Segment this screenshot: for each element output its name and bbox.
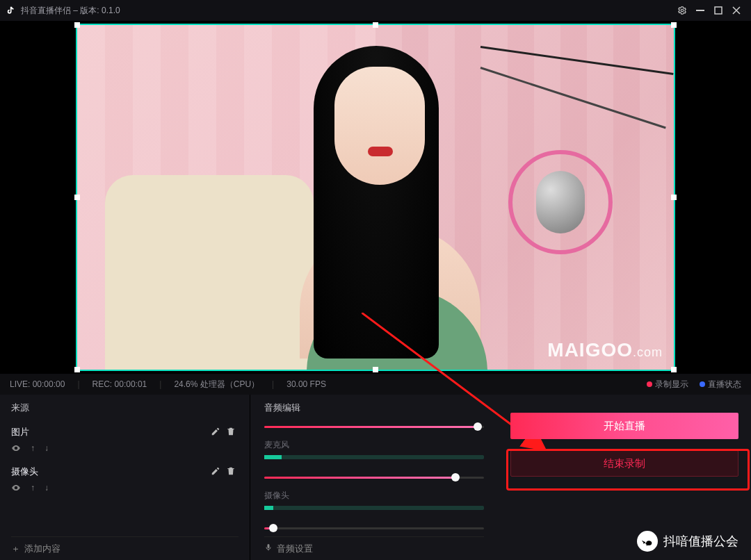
move-up-icon[interactable]: ↑ — [31, 443, 35, 455]
svg-rect-2 — [715, 7, 722, 14]
preview-canvas[interactable]: MAIGOO.com — [0, 21, 751, 374]
app-logo-icon — [6, 5, 17, 16]
status-rec-time: REC: 00:00:01 — [92, 379, 147, 389]
mic-icon — [264, 543, 273, 554]
audio-settings-button[interactable]: 音频设置 — [264, 536, 484, 560]
source-name: 摄像头 — [11, 466, 208, 478]
video-watermark: MAIGOO.com — [547, 339, 663, 361]
master-volume-slider[interactable] — [264, 421, 484, 432]
resize-handle[interactable] — [74, 22, 80, 28]
status-record-indicator: 录制显示 — [647, 379, 688, 390]
move-down-icon[interactable]: ↓ — [45, 443, 49, 455]
source-controls: ↑ ↓ — [11, 483, 239, 495]
source-controls: ↑ ↓ — [11, 443, 239, 455]
source-row[interactable]: 图片 — [11, 421, 239, 443]
delete-icon[interactable] — [223, 466, 239, 478]
delete-icon[interactable] — [223, 427, 239, 438]
close-icon[interactable] — [727, 1, 745, 19]
svg-point-0 — [681, 9, 684, 12]
svg-rect-1 — [696, 10, 704, 11]
status-bar: LIVE: 00:00:00 | REC: 00:00:01 | 24.6% 处… — [0, 374, 751, 395]
source-name: 图片 — [11, 426, 208, 438]
audio-panel: 音频编辑 麦克风 摄像头 — [250, 395, 498, 560]
resize-handle[interactable] — [671, 195, 677, 200]
status-stream-indicator: 直播状态 — [700, 379, 741, 390]
camera-audio-label: 摄像头 — [264, 490, 484, 502]
titlebar: 抖音直播伴侣 – 版本: 0.1.0 — [0, 0, 751, 21]
audio-title: 音频编辑 — [264, 402, 484, 414]
visibility-icon[interactable] — [11, 443, 21, 455]
selected-source-frame[interactable]: MAIGOO.com — [76, 24, 675, 371]
plus-icon: ＋ — [11, 543, 20, 555]
wechat-icon — [637, 531, 658, 552]
mic-level-meter — [264, 455, 484, 459]
resize-handle[interactable] — [671, 22, 677, 28]
source-row[interactable]: 摄像头 — [11, 461, 239, 483]
move-up-icon[interactable]: ↑ — [31, 483, 35, 495]
status-cpu: 24.6% 处理器（CPU） — [174, 379, 259, 390]
minimize-icon[interactable] — [691, 1, 709, 19]
resize-handle[interactable] — [671, 367, 677, 372]
camera-volume-slider[interactable] — [264, 472, 484, 483]
resize-handle[interactable] — [74, 367, 80, 372]
sources-title: 来源 — [11, 402, 239, 414]
sources-panel: 来源 图片 ↑ ↓ 摄像头 — [0, 395, 250, 560]
mic-label: 麦克风 — [264, 439, 484, 451]
resize-handle[interactable] — [373, 22, 378, 28]
camera-level-meter — [264, 506, 484, 510]
status-live-time: LIVE: 00:00:00 — [10, 379, 65, 389]
edit-icon[interactable] — [208, 427, 223, 438]
add-source-button[interactable]: ＋ 添加内容 — [11, 536, 239, 560]
resize-handle[interactable] — [373, 367, 378, 372]
window-title: 抖音直播伴侣 – 版本: 0.1.0 — [21, 5, 120, 17]
move-down-icon[interactable]: ↓ — [45, 483, 49, 495]
status-fps: 30.00 FPS — [286, 379, 326, 389]
stop-record-button[interactable]: 结束录制 — [510, 450, 738, 477]
start-stream-button[interactable]: 开始直播 — [510, 413, 738, 439]
visibility-icon[interactable] — [11, 483, 21, 495]
wechat-watermark: 抖喑值播公会 — [637, 531, 738, 552]
settings-icon[interactable] — [673, 1, 691, 19]
video-preview-image: MAIGOO.com — [77, 25, 674, 370]
edit-icon[interactable] — [208, 466, 223, 478]
resize-handle[interactable] — [74, 195, 80, 200]
maximize-icon[interactable] — [709, 1, 727, 19]
extra-volume-slider[interactable] — [264, 522, 484, 534]
